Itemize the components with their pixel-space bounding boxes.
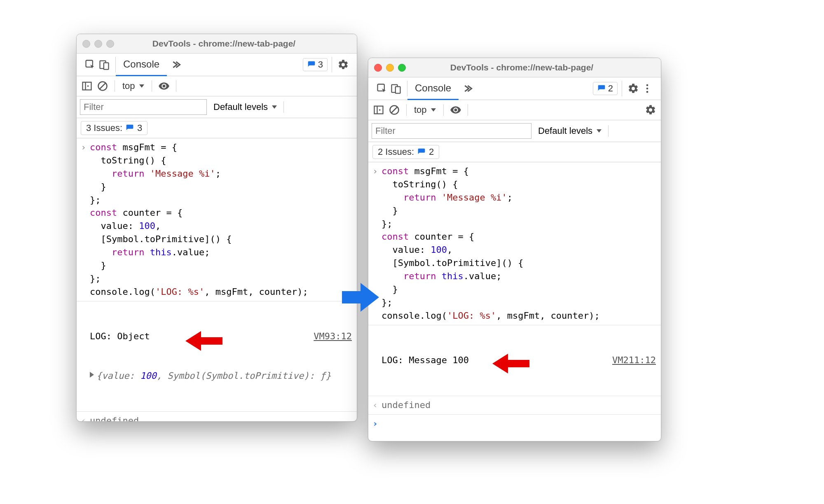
console-return-row: ‹ undefined bbox=[368, 396, 661, 415]
traffic-minimize[interactable] bbox=[386, 64, 394, 72]
svg-rect-11 bbox=[375, 106, 383, 114]
settings-gear-icon[interactable] bbox=[336, 58, 350, 72]
context-selector[interactable]: top bbox=[412, 105, 438, 115]
tab-console[interactable]: Console bbox=[116, 54, 167, 76]
traffic-close[interactable] bbox=[82, 40, 90, 48]
live-expression-icon[interactable] bbox=[157, 79, 171, 93]
window-title: DevTools - chrome://new-tab-page/ bbox=[413, 63, 655, 72]
traffic-close[interactable] bbox=[374, 64, 382, 72]
issues-bar: 3 Issues: 3 bbox=[77, 118, 357, 138]
device-toggle-icon[interactable] bbox=[389, 82, 403, 96]
tab-console[interactable]: Console bbox=[407, 77, 459, 100]
object-preview[interactable]: {value: 100, Symbol(Symbol.toPrimitive):… bbox=[90, 369, 352, 383]
svg-rect-7 bbox=[396, 86, 400, 93]
clear-console-icon[interactable] bbox=[96, 79, 110, 93]
log-levels-select[interactable]: Default levels bbox=[211, 102, 279, 112]
traffic-zoom[interactable] bbox=[106, 40, 114, 48]
kebab-menu-icon[interactable] bbox=[640, 82, 654, 96]
log-levels-select[interactable]: Default levels bbox=[536, 126, 604, 136]
issues-pill[interactable]: 3 Issues: 3 bbox=[81, 121, 147, 135]
console-input-row: › const msgFmt = { toString() { return '… bbox=[368, 162, 661, 325]
device-toggle-icon[interactable] bbox=[97, 58, 111, 72]
console-log-area: › const msgFmt = { toString() { return '… bbox=[77, 138, 357, 421]
console-code[interactable]: const msgFmt = { toString() { return 'Me… bbox=[382, 165, 656, 322]
more-tabs-icon[interactable] bbox=[171, 58, 185, 72]
filter-bar: Default levels bbox=[77, 96, 357, 118]
console-input-row: › const msgFmt = { toString() { return '… bbox=[77, 138, 357, 301]
titlebar: DevTools - chrome://new-tab-page/ bbox=[77, 34, 357, 54]
titlebar: DevTools - chrome://new-tab-page/ bbox=[368, 58, 661, 77]
return-chevron-icon: ‹ bbox=[81, 414, 90, 421]
toggle-sidebar-icon[interactable] bbox=[80, 79, 94, 93]
callout-arrow-left-icon bbox=[185, 329, 222, 352]
console-sub-toolbar: top bbox=[368, 100, 661, 120]
settings-gear-icon[interactable] bbox=[626, 82, 640, 96]
console-code[interactable]: const msgFmt = { toString() { return 'Me… bbox=[90, 141, 352, 299]
issues-badge[interactable]: 2 bbox=[593, 82, 618, 95]
svg-rect-2 bbox=[104, 63, 109, 69]
toggle-sidebar-icon[interactable] bbox=[372, 103, 386, 117]
traffic-lights[interactable] bbox=[82, 40, 114, 48]
inspect-element-icon[interactable] bbox=[375, 82, 389, 96]
inspect-element-icon[interactable] bbox=[83, 58, 97, 72]
source-link[interactable]: VM93:12 bbox=[314, 330, 352, 343]
window-title: DevTools - chrome://new-tab-page/ bbox=[122, 39, 351, 49]
devtools-window-right: DevTools - chrome://new-tab-page/ Consol… bbox=[368, 58, 661, 441]
issues-badge[interactable]: 3 bbox=[303, 58, 328, 71]
main-toolbar: Console 3 bbox=[77, 54, 357, 76]
return-chevron-icon: ‹ bbox=[372, 399, 382, 412]
undefined-output: undefined bbox=[382, 399, 656, 412]
issues-bar: 2 Issues: 2 bbox=[368, 142, 661, 162]
main-toolbar: Console 2 bbox=[368, 77, 661, 100]
svg-point-9 bbox=[646, 88, 648, 90]
traffic-zoom[interactable] bbox=[398, 64, 406, 72]
issues-pill[interactable]: 2 Issues: 2 bbox=[372, 145, 439, 159]
undefined-output: undefined bbox=[90, 414, 352, 421]
traffic-lights[interactable] bbox=[374, 64, 406, 72]
console-return-row: ‹ undefined bbox=[77, 412, 357, 421]
svg-point-8 bbox=[646, 84, 648, 86]
live-expression-icon[interactable] bbox=[449, 103, 463, 117]
svg-point-10 bbox=[646, 91, 648, 93]
console-prompt-row[interactable]: › bbox=[368, 415, 661, 433]
transition-arrow-icon bbox=[342, 281, 379, 314]
source-link[interactable]: VM211:12 bbox=[612, 354, 656, 367]
settings-gear-icon[interactable] bbox=[644, 103, 658, 117]
console-log-area: › const msgFmt = { toString() { return '… bbox=[368, 162, 661, 441]
filter-bar: Default levels bbox=[368, 120, 661, 142]
svg-rect-3 bbox=[83, 82, 91, 90]
clear-console-icon[interactable] bbox=[387, 103, 401, 117]
issues-badge-count: 3 bbox=[318, 59, 323, 70]
context-selector[interactable]: top bbox=[120, 81, 147, 91]
traffic-minimize[interactable] bbox=[94, 40, 102, 48]
filter-input[interactable] bbox=[372, 123, 531, 139]
prompt-chevron-icon: › bbox=[372, 417, 382, 430]
filter-input[interactable] bbox=[80, 99, 207, 115]
input-chevron-icon: › bbox=[81, 141, 90, 299]
more-tabs-icon[interactable] bbox=[463, 82, 477, 96]
expand-triangle-icon[interactable] bbox=[90, 372, 94, 378]
console-sub-toolbar: top bbox=[77, 76, 357, 96]
callout-arrow-right-icon bbox=[492, 352, 529, 375]
devtools-window-left: DevTools - chrome://new-tab-page/ Consol… bbox=[76, 34, 357, 422]
console-output-row: LOG: Object VM93:12 {value: 100, Symbol(… bbox=[77, 301, 357, 412]
